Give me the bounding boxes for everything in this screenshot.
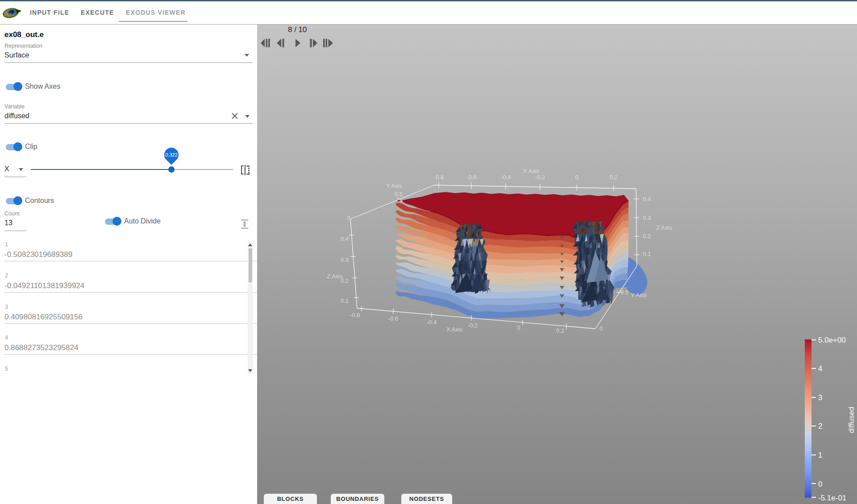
svg-text:0.2: 0.2 (610, 174, 618, 181)
svg-text:-0.2: -0.2 (535, 174, 545, 181)
svg-text:0.1: 0.1 (643, 251, 651, 257)
svg-text:Y Axis: Y Axis (631, 292, 647, 298)
svg-text:X Axis: X Axis (446, 326, 463, 333)
svg-text:0.4: 0.4 (341, 235, 349, 242)
svg-text:0: 0 (517, 324, 520, 331)
svg-text:0.5: 0.5 (395, 191, 403, 198)
svg-text:Y Axis: Y Axis (386, 182, 402, 189)
svg-text:0.1: 0.1 (341, 297, 349, 304)
svg-text:0.2: 0.2 (556, 327, 564, 334)
svg-text:0.2: 0.2 (643, 233, 651, 240)
svg-text:-0.6: -0.6 (388, 315, 398, 322)
svg-text:0.5: 0.5 (620, 289, 628, 296)
svg-text:0.3: 0.3 (643, 215, 651, 221)
svg-text:-0.4: -0.4 (427, 319, 437, 326)
svg-text:0: 0 (347, 215, 350, 221)
svg-text:0: 0 (575, 174, 578, 181)
svg-text:0.4: 0.4 (643, 196, 651, 202)
svg-text:-0.8: -0.8 (434, 174, 444, 181)
svg-text:Z Axis: Z Axis (327, 273, 343, 280)
svg-text:X Axis: X Axis (523, 168, 540, 174)
svg-text:-0.2: -0.2 (468, 322, 478, 329)
svg-text:-0.6: -0.6 (466, 174, 476, 181)
svg-text:0: 0 (599, 325, 603, 332)
svg-text:Z Axis: Z Axis (656, 224, 672, 231)
svg-text:-0.4: -0.4 (501, 174, 511, 181)
svg-text:-0.8: -0.8 (350, 312, 360, 318)
svg-text:0.3: 0.3 (341, 256, 349, 263)
